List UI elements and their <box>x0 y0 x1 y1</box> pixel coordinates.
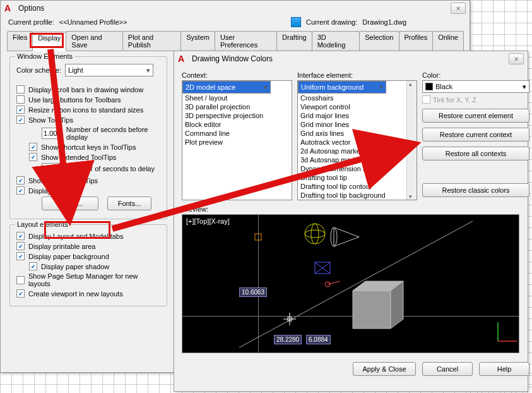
list-item[interactable]: Autotrack vector <box>298 138 406 147</box>
tab-display[interactable]: Display <box>32 32 66 51</box>
list-item[interactable]: Grid axis lines <box>298 129 406 138</box>
list-item[interactable]: Drafting tool tip contour <box>298 182 406 191</box>
cancel-button[interactable]: Cancel <box>422 362 473 376</box>
list-item[interactable]: Dynamic dimension lines <box>298 164 406 173</box>
create-viewport-check[interactable] <box>16 289 25 298</box>
scrollbar[interactable] <box>406 81 417 200</box>
list-item[interactable]: 3D parallel projection <box>182 102 292 111</box>
options-tabs: Files Display Open and Save Plot and Pub… <box>7 31 463 51</box>
show-tooltips-label: Show ToolTips <box>28 116 73 124</box>
options-title: Options <box>18 4 44 13</box>
shortcut-keys-label: Show shortcut keys in ToolTips <box>41 143 136 151</box>
autocad-icon: A <box>178 54 188 64</box>
restore-all-button[interactable]: Restore all contexts <box>422 147 529 160</box>
list-item[interactable]: Plot preview <box>182 138 292 147</box>
color-select[interactable]: Black <box>422 80 529 93</box>
options-titlebar[interactable]: A Options ⨉ <box>1 1 470 16</box>
context-listbox[interactable]: 2D model space Sheet / layout 3D paralle… <box>182 80 292 200</box>
tooltip-delay-input[interactable]: 1.00 <box>42 128 62 139</box>
scrollbars-check[interactable] <box>16 85 25 94</box>
help-button[interactable]: Help <box>479 362 529 376</box>
list-item[interactable]: Drafting tool tip background <box>298 191 406 200</box>
file-tabs-check[interactable] <box>16 186 25 195</box>
list-item[interactable]: Block editor <box>182 120 292 129</box>
element-listbox[interactable]: Uniform background Crosshairs Viewport c… <box>297 80 417 200</box>
extended-tooltips-check[interactable] <box>29 153 37 161</box>
restore-context-button[interactable]: Restore current context <box>422 128 529 142</box>
tab-system[interactable]: System <box>180 31 215 51</box>
large-buttons-label: Use large buttons for Toolbars <box>28 96 121 104</box>
tab-profiles[interactable]: Profiles <box>399 31 434 51</box>
page-setup-label: Show Page Setup Manager for new layouts <box>28 272 160 287</box>
colors-button[interactable]: Colors... <box>42 196 98 210</box>
list-item[interactable]: Sheet / layout <box>182 94 292 102</box>
list-item[interactable]: Grid minor lines <box>298 120 406 129</box>
rollover-label: Show rollover ToolTips <box>28 177 98 184</box>
colors-title: Drawing Window Colors <box>192 54 273 63</box>
close-icon[interactable]: ⨉ <box>451 3 466 14</box>
restore-classic-button[interactable]: Restore classic colors <box>422 183 529 197</box>
svg-marker-10 <box>353 291 391 329</box>
current-drawing-label: Current drawing: <box>306 18 357 26</box>
tab-files[interactable]: Files <box>7 31 33 51</box>
drawing-window-colors-dialog: A Drawing Window Colors ⨉ Context: 2D mo… <box>174 51 528 392</box>
list-item[interactable]: 2D model space <box>182 81 271 94</box>
paper-shadow-check[interactable] <box>29 262 37 270</box>
svg-point-3 <box>311 224 319 244</box>
extended-tooltips-label: Show extended ToolTips <box>41 154 116 161</box>
tab-user-prefs[interactable]: User Preferences <box>215 31 277 51</box>
rollover-check[interactable] <box>16 176 25 184</box>
autocad-icon: A <box>4 3 15 13</box>
color-swatch <box>425 83 433 90</box>
window-elements-legend: Window Elements <box>15 52 74 60</box>
tab-drafting[interactable]: Drafting <box>276 31 312 51</box>
tint-label: Tint for X, Y, Z <box>433 96 476 104</box>
tab-3d-modeling[interactable]: 3D Modeling <box>312 31 360 51</box>
list-item[interactable]: Command line <box>182 129 292 138</box>
display-tabs-check[interactable] <box>16 232 25 240</box>
close-icon[interactable]: ⨉ <box>509 53 524 64</box>
color-scheme-select[interactable]: Light <box>65 64 153 76</box>
page-setup-check[interactable] <box>16 276 25 284</box>
scrollbars-label: Display scroll bars in drawing window <box>28 86 143 94</box>
dwg-icon <box>291 17 301 27</box>
large-buttons-check[interactable] <box>16 95 25 104</box>
context-label: Context: <box>182 71 292 79</box>
coord-readout-2b: 6.0884 <box>306 335 331 344</box>
list-item[interactable]: Viewport control <box>298 102 406 111</box>
printable-label: Display printable area <box>28 243 95 250</box>
resize-ribbon-check[interactable] <box>16 106 25 114</box>
tab-selection[interactable]: Selection <box>359 31 399 51</box>
coord-readout-2a: 28.2280 <box>274 335 302 344</box>
tab-open-save[interactable]: Open and Save <box>66 31 123 51</box>
color-scheme-label: Color scheme: <box>16 66 61 74</box>
list-item[interactable]: 3D perspective projection <box>182 111 292 120</box>
colors-titlebar[interactable]: A Drawing Window Colors ⨉ <box>174 51 528 66</box>
list-item[interactable]: Grid major lines <box>298 111 406 120</box>
list-item[interactable]: 2d Autosnap marker <box>298 147 406 155</box>
ext-delay-label: Number of seconds to delay <box>68 165 155 172</box>
restore-element-button[interactable]: Restore current element <box>422 109 529 123</box>
current-profile-label: Current profile: <box>8 18 54 26</box>
list-item[interactable]: Crosshairs <box>298 94 406 102</box>
list-item[interactable]: 3d Autosnap marker <box>298 155 406 164</box>
preview-label: Preview: <box>182 205 529 213</box>
show-tooltips-check[interactable] <box>16 116 25 124</box>
tab-online[interactable]: Online <box>432 31 464 51</box>
tab-plot-publish[interactable]: Plot and Publish <box>122 31 181 51</box>
apply-close-button[interactable]: Apply & Close <box>353 362 416 376</box>
fonts-button[interactable]: Fonts... <box>107 196 151 210</box>
current-drawing-value: Drawing1.dwg <box>362 18 406 26</box>
list-item[interactable]: Drafting tool tip <box>298 173 406 182</box>
list-item[interactable]: Control vertices hull <box>298 200 406 200</box>
display-tabs-label: Display Layout and Model tabs <box>28 233 123 240</box>
svg-point-2 <box>305 230 325 238</box>
printable-check[interactable] <box>16 242 25 250</box>
paper-bg-check[interactable] <box>16 252 25 260</box>
resize-ribbon-label: Resize ribbon icons to standard sizes <box>28 106 143 114</box>
element-label: Interface element: <box>297 71 417 79</box>
list-item[interactable]: Uniform background <box>298 81 386 94</box>
shortcut-keys-check[interactable] <box>29 143 37 151</box>
ext-delay-input[interactable]: 2 <box>42 163 64 174</box>
layout-elements-legend: Layout elements <box>15 221 70 228</box>
